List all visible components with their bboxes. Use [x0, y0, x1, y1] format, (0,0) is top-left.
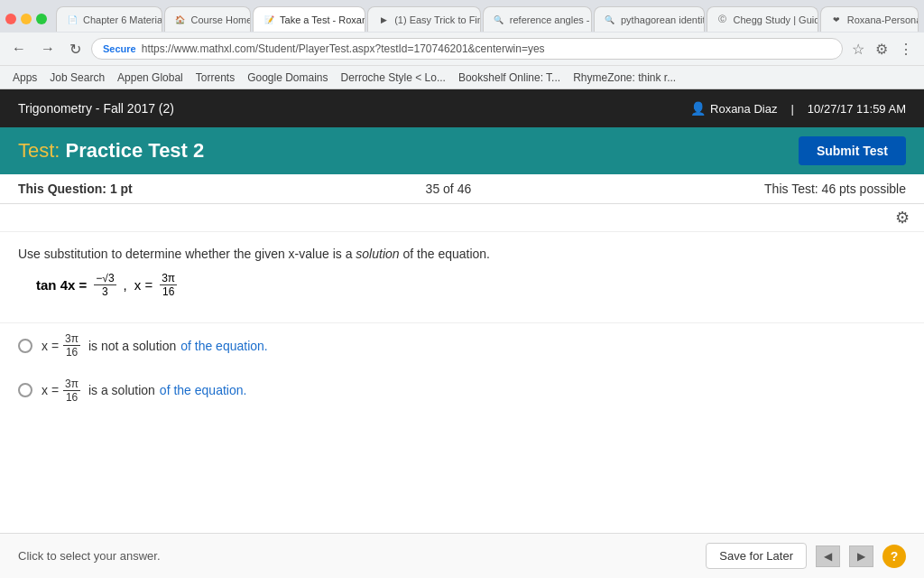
- back-button[interactable]: ←: [7, 39, 31, 59]
- equation-x-numerator: 3π: [160, 272, 177, 285]
- test-title-bar: Test: Practice Test 2 Submit Test: [0, 127, 924, 174]
- tab-favicon-coursehome: 🏠: [174, 14, 187, 26]
- bookmark-derroche[interactable]: Derroche Style < Lo...: [336, 70, 451, 86]
- test-name: Practice Test 2: [66, 139, 205, 162]
- close-window-btn[interactable]: [5, 14, 16, 24]
- equation-comma: ,: [124, 277, 127, 293]
- window-controls: [5, 14, 47, 24]
- question-meta: This Question: 1 pt 35 of 46 This Test: …: [0, 174, 924, 204]
- star-button[interactable]: ☆: [848, 39, 868, 60]
- app-title: Trigonometry - Fall 2017 (2): [18, 101, 174, 116]
- header-separator: |: [790, 102, 793, 116]
- address-bar[interactable]: Secure https://www.mathxl.com/Student/Pl…: [91, 38, 843, 60]
- bookmark-appen[interactable]: Appen Global: [112, 70, 189, 86]
- question-points: This Question: 1 pt: [18, 182, 133, 196]
- user-info: 👤 Roxana Diaz: [690, 101, 777, 116]
- minimize-window-btn[interactable]: [21, 14, 32, 24]
- question-instruction: Use substitution to determine whether th…: [18, 247, 906, 261]
- tab-chegg[interactable]: Ⓒ Chegg Study | Guid... ×: [707, 6, 818, 32]
- secure-badge: Secure: [103, 43, 136, 54]
- option-2-text: x = 3π 16 is a solution of the equation.: [42, 378, 246, 405]
- tab-favicon-chapter6: 📄: [66, 14, 79, 26]
- tab-favicon-takatest: 📝: [263, 14, 275, 26]
- tab-favicon-pythagorean: 🔍: [604, 14, 616, 26]
- tab-favicon-easytrick: ▶: [377, 14, 390, 26]
- equation-denominator: 3: [100, 285, 110, 298]
- equation-x-fraction: 3π 16: [160, 272, 177, 299]
- app-header: Trigonometry - Fall 2017 (2) 👤 Roxana Di…: [0, 89, 924, 127]
- tab-pythagorean[interactable]: 🔍 pythagorean identit... ×: [594, 6, 705, 32]
- app-header-right: 👤 Roxana Diaz | 10/27/17 11:59 AM: [690, 101, 906, 116]
- tab-bar: 📄 Chapter 6 Materials × 🏠 Course Home × …: [0, 0, 924, 33]
- tab-favicon-personal: ❤: [830, 14, 843, 26]
- tab-personal[interactable]: ❤ Roxana-Personal ×: [820, 6, 919, 32]
- answer-option-1[interactable]: x = 3π 16 is not a solution of the equat…: [18, 332, 906, 359]
- test-total-points: This Test: 46 pts possible: [764, 182, 906, 196]
- tab-favicon-chegg: Ⓒ: [716, 14, 729, 26]
- reload-button[interactable]: ↻: [65, 39, 86, 60]
- question-area: Use substitution to determine whether th…: [0, 232, 924, 323]
- bookmark-torrents[interactable]: Torrents: [190, 70, 240, 86]
- user-icon: 👤: [690, 101, 706, 116]
- forward-button[interactable]: →: [36, 39, 60, 59]
- radio-option-1[interactable]: [18, 339, 32, 353]
- bookmark-apps[interactable]: Apps: [7, 70, 42, 86]
- option-1-fraction: 3π 16: [63, 332, 80, 359]
- extensions-button[interactable]: ⚙: [872, 39, 892, 60]
- tab-easytrick[interactable]: ▶ (1) Easy Trick to Fin... ×: [367, 6, 481, 32]
- datetime-display: 10/27/17 11:59 AM: [808, 102, 906, 116]
- submit-test-button[interactable]: Submit Test: [799, 136, 906, 165]
- tab-favicon-refangles: 🔍: [493, 14, 505, 26]
- bookmark-rhymezone[interactable]: RhymeZone: think r...: [568, 70, 681, 86]
- user-name: Roxana Diaz: [710, 102, 777, 116]
- tab-takatest[interactable]: 📝 Take a Test - Roxan... ×: [253, 6, 365, 32]
- menu-button[interactable]: ⋮: [895, 39, 917, 60]
- question-progress: 35 of 46: [426, 182, 472, 196]
- tab-chapter6[interactable]: 📄 Chapter 6 Materials ×: [56, 6, 162, 32]
- tab-refangles[interactable]: 🔍 reference angles - ... ×: [483, 6, 592, 32]
- bookmark-googledomains[interactable]: Google Domains: [242, 70, 333, 86]
- radio-option-2[interactable]: [18, 383, 32, 397]
- option-2-fraction: 3π 16: [63, 378, 80, 405]
- browser-chrome: 📄 Chapter 6 Materials × 🏠 Course Home × …: [0, 0, 924, 89]
- equation-fraction: −√3 3: [94, 272, 116, 299]
- test-title: Test: Practice Test 2: [18, 139, 204, 163]
- tan-label: tan 4x =: [36, 277, 87, 293]
- answer-option-2[interactable]: x = 3π 16 is a solution of the equation.: [18, 378, 906, 405]
- bookmark-jobsearch[interactable]: Job Search: [44, 70, 110, 86]
- bookmarks-bar: Apps Job Search Appen Global Torrents Go…: [0, 65, 924, 89]
- option-1-text: x = 3π 16 is not a solution of the equat…: [42, 332, 268, 359]
- browser-actions: ☆ ⚙ ⋮: [848, 39, 917, 60]
- maximize-window-btn[interactable]: [36, 14, 47, 24]
- test-label: Test:: [18, 139, 60, 162]
- url-text: https://www.mathxl.com/Student/PlayerTes…: [142, 42, 545, 55]
- equation-numerator: −√3: [94, 272, 116, 285]
- tab-coursehome[interactable]: 🏠 Course Home ×: [164, 6, 252, 32]
- address-bar-row: ← → ↻ Secure https://www.mathxl.com/Stud…: [0, 33, 924, 65]
- settings-row: ⚙: [0, 204, 924, 232]
- bookmark-bookshelf[interactable]: Bookshelf Online: T...: [453, 70, 566, 86]
- equation-x-denominator: 16: [161, 285, 176, 298]
- answer-options: x = 3π 16 is not a solution of the equat…: [0, 323, 924, 441]
- settings-button[interactable]: ⚙: [895, 208, 910, 228]
- equation-display: tan 4x = −√3 3 , x = 3π 16: [36, 272, 906, 299]
- equation-x-label: x =: [134, 277, 152, 293]
